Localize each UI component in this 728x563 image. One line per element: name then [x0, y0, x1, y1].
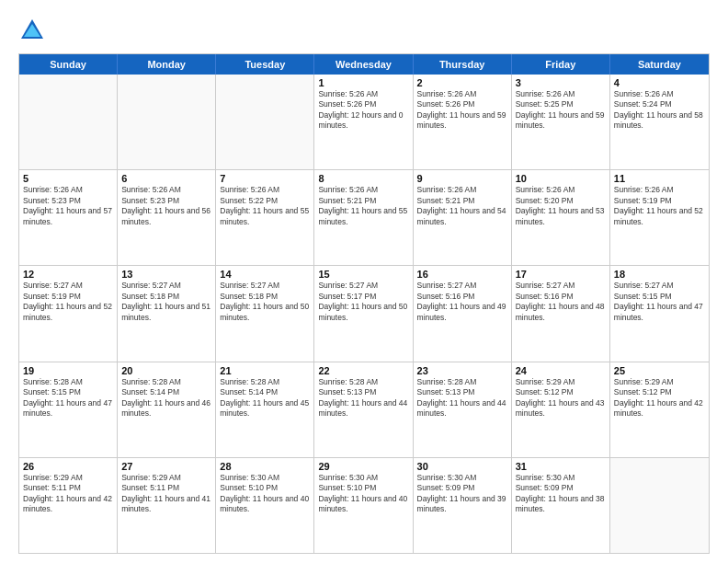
cell-info: Sunrise: 5:27 AMSunset: 5:16 PMDaylight:… [516, 281, 606, 323]
calendar-header: SundayMondayTuesdayWednesdayThursdayFrid… [19, 54, 709, 75]
cell-info: Sunrise: 5:30 AMSunset: 5:10 PMDaylight:… [318, 473, 408, 515]
cell-info: Sunrise: 5:26 AMSunset: 5:21 PMDaylight:… [417, 185, 507, 227]
cell-info: Sunrise: 5:26 AMSunset: 5:23 PMDaylight:… [23, 185, 113, 227]
cell-info: Sunrise: 5:27 AMSunset: 5:19 PMDaylight:… [23, 281, 113, 323]
day-number: 18 [614, 269, 705, 280]
day-cell-9: 9Sunrise: 5:26 AMSunset: 5:21 PMDaylight… [414, 170, 512, 265]
cell-info: Sunrise: 5:26 AMSunset: 5:21 PMDaylight:… [318, 185, 408, 227]
day-cell-1: 1Sunrise: 5:26 AMSunset: 5:26 PMDaylight… [314, 75, 413, 169]
day-cell-21: 21Sunrise: 5:28 AMSunset: 5:14 PMDayligh… [216, 362, 314, 457]
week-row-0: 1Sunrise: 5:26 AMSunset: 5:26 PMDaylight… [19, 75, 709, 170]
cell-info: Sunrise: 5:26 AMSunset: 5:23 PMDaylight:… [121, 185, 211, 227]
day-cell-24: 24Sunrise: 5:29 AMSunset: 5:12 PMDayligh… [512, 362, 610, 457]
header-day-friday: Friday [512, 54, 610, 75]
day-number: 11 [614, 173, 705, 184]
day-cell-29: 29Sunrise: 5:30 AMSunset: 5:10 PMDayligh… [314, 458, 413, 553]
logo-icon [18, 17, 46, 44]
cell-info: Sunrise: 5:27 AMSunset: 5:18 PMDaylight:… [220, 281, 310, 323]
empty-cell [19, 75, 118, 169]
header-day-sunday: Sunday [19, 54, 118, 75]
day-cell-17: 17Sunrise: 5:27 AMSunset: 5:16 PMDayligh… [512, 266, 610, 361]
day-number: 2 [417, 77, 507, 88]
day-number: 23 [417, 365, 507, 376]
week-row-3: 19Sunrise: 5:28 AMSunset: 5:15 PMDayligh… [19, 362, 709, 458]
cell-info: Sunrise: 5:26 AMSunset: 5:22 PMDaylight:… [220, 185, 310, 227]
day-cell-6: 6Sunrise: 5:26 AMSunset: 5:23 PMDaylight… [118, 170, 216, 265]
day-cell-18: 18Sunrise: 5:27 AMSunset: 5:15 PMDayligh… [610, 266, 709, 361]
day-cell-7: 7Sunrise: 5:26 AMSunset: 5:22 PMDaylight… [216, 170, 314, 265]
logo [18, 17, 50, 44]
cell-info: Sunrise: 5:27 AMSunset: 5:18 PMDaylight:… [121, 281, 211, 323]
day-cell-20: 20Sunrise: 5:28 AMSunset: 5:14 PMDayligh… [118, 362, 216, 457]
day-number: 26 [23, 461, 113, 472]
cell-info: Sunrise: 5:28 AMSunset: 5:14 PMDaylight:… [121, 377, 211, 419]
week-row-4: 26Sunrise: 5:29 AMSunset: 5:11 PMDayligh… [19, 458, 709, 553]
week-row-2: 12Sunrise: 5:27 AMSunset: 5:19 PMDayligh… [19, 266, 709, 362]
cell-info: Sunrise: 5:26 AMSunset: 5:26 PMDaylight:… [417, 89, 507, 132]
header-day-wednesday: Wednesday [314, 54, 413, 75]
day-number: 7 [220, 173, 310, 184]
day-cell-16: 16Sunrise: 5:27 AMSunset: 5:16 PMDayligh… [414, 266, 512, 361]
day-cell-12: 12Sunrise: 5:27 AMSunset: 5:19 PMDayligh… [19, 266, 118, 361]
day-number: 19 [23, 365, 113, 376]
cell-info: Sunrise: 5:28 AMSunset: 5:14 PMDaylight:… [220, 377, 310, 419]
day-number: 1 [318, 77, 408, 88]
cell-info: Sunrise: 5:26 AMSunset: 5:26 PMDaylight:… [318, 89, 408, 132]
day-number: 13 [121, 269, 211, 280]
calendar-body: 1Sunrise: 5:26 AMSunset: 5:26 PMDaylight… [19, 75, 709, 553]
empty-cell [610, 458, 709, 553]
cell-info: Sunrise: 5:28 AMSunset: 5:15 PMDaylight:… [23, 377, 113, 419]
cell-info: Sunrise: 5:30 AMSunset: 5:09 PMDaylight:… [417, 473, 507, 515]
day-number: 12 [23, 269, 113, 280]
day-number: 30 [417, 461, 507, 472]
empty-cell [118, 75, 216, 169]
cell-info: Sunrise: 5:27 AMSunset: 5:15 PMDaylight:… [614, 281, 705, 323]
day-number: 22 [318, 365, 408, 376]
header-day-saturday: Saturday [610, 54, 709, 75]
day-cell-25: 25Sunrise: 5:29 AMSunset: 5:12 PMDayligh… [610, 362, 709, 457]
header-day-monday: Monday [118, 54, 216, 75]
day-number: 24 [516, 365, 606, 376]
day-cell-26: 26Sunrise: 5:29 AMSunset: 5:11 PMDayligh… [19, 458, 118, 553]
day-number: 4 [614, 77, 705, 88]
day-cell-5: 5Sunrise: 5:26 AMSunset: 5:23 PMDaylight… [19, 170, 118, 265]
day-number: 28 [220, 461, 310, 472]
day-number: 9 [417, 173, 507, 184]
day-number: 5 [23, 173, 113, 184]
day-cell-2: 2Sunrise: 5:26 AMSunset: 5:26 PMDaylight… [414, 75, 512, 169]
day-cell-11: 11Sunrise: 5:26 AMSunset: 5:19 PMDayligh… [610, 170, 709, 265]
day-number: 29 [318, 461, 408, 472]
day-cell-10: 10Sunrise: 5:26 AMSunset: 5:20 PMDayligh… [512, 170, 610, 265]
cell-info: Sunrise: 5:28 AMSunset: 5:13 PMDaylight:… [417, 377, 507, 419]
cell-info: Sunrise: 5:27 AMSunset: 5:17 PMDaylight:… [318, 281, 408, 323]
cell-info: Sunrise: 5:29 AMSunset: 5:12 PMDaylight:… [614, 377, 705, 419]
cell-info: Sunrise: 5:26 AMSunset: 5:20 PMDaylight:… [516, 185, 606, 227]
header [18, 17, 710, 44]
day-number: 6 [121, 173, 211, 184]
day-number: 16 [417, 269, 507, 280]
day-cell-27: 27Sunrise: 5:29 AMSunset: 5:11 PMDayligh… [118, 458, 216, 553]
day-number: 15 [318, 269, 408, 280]
day-number: 17 [516, 269, 606, 280]
day-cell-22: 22Sunrise: 5:28 AMSunset: 5:13 PMDayligh… [314, 362, 413, 457]
day-number: 10 [516, 173, 606, 184]
day-number: 25 [614, 365, 705, 376]
day-number: 14 [220, 269, 310, 280]
calendar: SundayMondayTuesdayWednesdayThursdayFrid… [18, 53, 710, 554]
cell-info: Sunrise: 5:30 AMSunset: 5:10 PMDaylight:… [220, 473, 310, 515]
day-cell-31: 31Sunrise: 5:30 AMSunset: 5:09 PMDayligh… [512, 458, 610, 553]
day-cell-14: 14Sunrise: 5:27 AMSunset: 5:18 PMDayligh… [216, 266, 314, 361]
header-day-tuesday: Tuesday [216, 54, 314, 75]
day-cell-19: 19Sunrise: 5:28 AMSunset: 5:15 PMDayligh… [19, 362, 118, 457]
cell-info: Sunrise: 5:26 AMSunset: 5:25 PMDaylight:… [516, 89, 606, 132]
cell-info: Sunrise: 5:29 AMSunset: 5:11 PMDaylight:… [23, 473, 113, 515]
cell-info: Sunrise: 5:26 AMSunset: 5:19 PMDaylight:… [614, 185, 705, 227]
cell-info: Sunrise: 5:28 AMSunset: 5:13 PMDaylight:… [318, 377, 408, 419]
cell-info: Sunrise: 5:30 AMSunset: 5:09 PMDaylight:… [516, 473, 606, 515]
day-number: 3 [516, 77, 606, 88]
day-number: 21 [220, 365, 310, 376]
cell-info: Sunrise: 5:29 AMSunset: 5:11 PMDaylight:… [121, 473, 211, 515]
cell-info: Sunrise: 5:26 AMSunset: 5:24 PMDaylight:… [614, 89, 705, 132]
day-cell-30: 30Sunrise: 5:30 AMSunset: 5:09 PMDayligh… [414, 458, 512, 553]
day-number: 31 [516, 461, 606, 472]
